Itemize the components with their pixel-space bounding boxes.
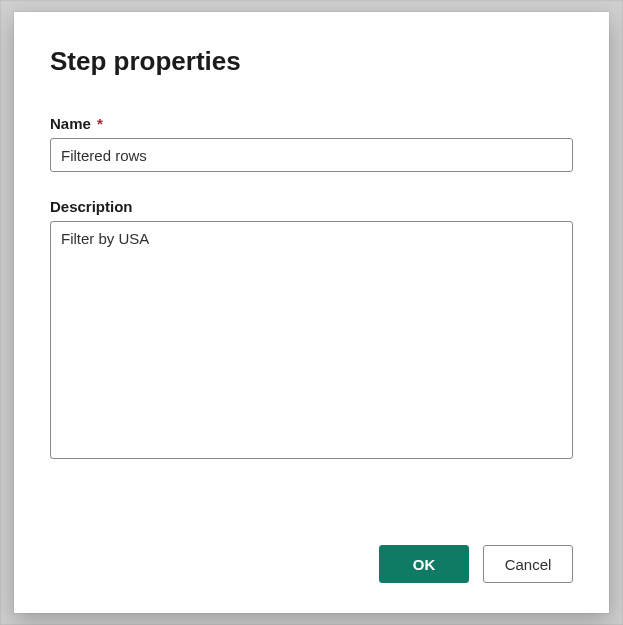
dialog-title: Step properties [50,46,573,77]
required-indicator: * [97,115,103,132]
dialog-button-row: OK Cancel [50,545,573,583]
name-label: Name * [50,115,573,132]
description-input[interactable]: Filter by USA [50,221,573,459]
name-field-group: Name * [50,115,573,172]
step-properties-dialog: Step properties Name * Description Filte… [14,12,609,613]
name-label-text: Name [50,115,91,132]
description-field-group: Description Filter by USA [50,198,573,463]
ok-button[interactable]: OK [379,545,469,583]
name-input[interactable] [50,138,573,172]
description-label: Description [50,198,573,215]
cancel-button[interactable]: Cancel [483,545,573,583]
